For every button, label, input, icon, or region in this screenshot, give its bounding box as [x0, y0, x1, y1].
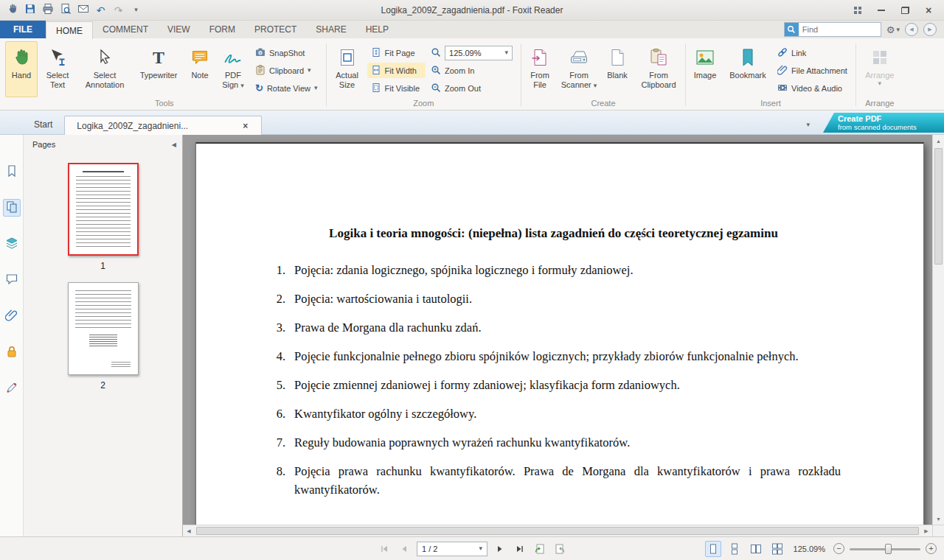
- search-icon[interactable]: [785, 23, 799, 36]
- previous-view-button[interactable]: [532, 542, 547, 556]
- horizontal-scrollbar[interactable]: ◀ ▶: [183, 525, 932, 536]
- vertical-scroll-track[interactable]: [933, 147, 944, 513]
- signature-panel-button[interactable]: [3, 379, 21, 397]
- find-options-button[interactable]: ⚙ ▾: [886, 25, 900, 35]
- comments-panel-button[interactable]: [3, 271, 21, 289]
- plus-icon: +: [929, 545, 933, 553]
- scroll-right-button[interactable]: ▶: [920, 525, 932, 537]
- tab-file[interactable]: FILE: [0, 21, 46, 38]
- page-thumbnail-1[interactable]: [68, 163, 139, 256]
- ui-layout-button[interactable]: [850, 3, 866, 18]
- tab-view[interactable]: VIEW: [158, 21, 200, 38]
- note-button[interactable]: Note: [185, 41, 215, 97]
- find-input[interactable]: [799, 25, 881, 34]
- collapse-panel-button[interactable]: ◀: [172, 141, 176, 148]
- zoom-out-button[interactable]: −: [833, 543, 844, 554]
- zoom-in-button[interactable]: +: [926, 543, 937, 554]
- zoom-level-combobox[interactable]: 125.09% ▾: [445, 46, 513, 60]
- create-pdf-banner[interactable]: Create PDF from scanned documents: [823, 113, 944, 133]
- select-text-button[interactable]: Select Text: [39, 41, 76, 97]
- create-from-scanner-button[interactable]: From Scanner ▾: [558, 41, 600, 97]
- hand-tool-button[interactable]: Hand: [5, 41, 38, 97]
- insert-file-attachment-button[interactable]: File Attachment: [774, 63, 853, 78]
- zoom-level-row: 125.09% ▾: [427, 45, 518, 60]
- tab-share[interactable]: SHARE: [306, 21, 355, 38]
- first-page-button[interactable]: [377, 542, 392, 556]
- next-view-button[interactable]: ▶: [923, 23, 937, 36]
- scroll-up-button[interactable]: ▲: [933, 135, 944, 147]
- arrange-button[interactable]: Arrange ▾: [858, 41, 901, 97]
- continuous-view-button[interactable]: [726, 541, 743, 557]
- document-view[interactable]: Logika i teoria mnogości: (niepełna) lis…: [183, 135, 944, 536]
- print-button[interactable]: [39, 2, 56, 18]
- pages-panel-button[interactable]: [3, 199, 21, 217]
- attachments-panel-button[interactable]: [3, 307, 21, 325]
- horizontal-scroll-thumb[interactable]: [196, 527, 919, 535]
- last-page-button[interactable]: [513, 542, 527, 556]
- security-panel-button[interactable]: [3, 343, 21, 361]
- redo-button[interactable]: ↷: [110, 2, 127, 18]
- scroll-down-button[interactable]: ▼: [933, 513, 944, 525]
- caret-down-icon: ▾: [896, 27, 900, 33]
- page-1-label: 1: [100, 261, 105, 271]
- restore-button[interactable]: [897, 3, 913, 18]
- email-button[interactable]: [74, 2, 91, 18]
- tab-list-button[interactable]: ▾: [802, 115, 814, 134]
- create-blank-button[interactable]: Blank: [602, 41, 633, 97]
- horizontal-scroll-track[interactable]: [195, 525, 920, 536]
- tab-home[interactable]: HOME: [46, 21, 93, 39]
- minimize-button[interactable]: [873, 3, 889, 18]
- layers-panel-button[interactable]: [3, 235, 21, 253]
- print-preview-button[interactable]: [57, 2, 74, 18]
- facing-view-button[interactable]: [748, 541, 764, 557]
- tab-form[interactable]: FORM: [200, 21, 245, 38]
- create-from-clipboard-button[interactable]: From Clipboard: [634, 41, 683, 97]
- fit-width-button[interactable]: Fit Width: [367, 63, 426, 78]
- tab-comment[interactable]: COMMENT: [93, 21, 158, 38]
- minus-icon: −: [836, 545, 841, 553]
- previous-page-button[interactable]: [397, 542, 412, 556]
- insert-bookmark-button[interactable]: Bookmark: [723, 41, 772, 97]
- hand-quick-button[interactable]: [4, 2, 21, 18]
- zoom-out-button[interactable]: Zoom Out: [427, 80, 518, 96]
- snapshot-button[interactable]: SnapShot: [251, 45, 324, 60]
- create-from-file-button[interactable]: From File: [524, 41, 556, 97]
- close-button[interactable]: ×: [920, 3, 937, 18]
- zoom-slider-thumb[interactable]: [885, 544, 892, 554]
- insert-video-audio-button[interactable]: Video & Audio: [774, 80, 853, 96]
- insert-image-button[interactable]: Image: [688, 41, 722, 97]
- tab-protect[interactable]: PROTECT: [245, 21, 306, 38]
- vertical-scroll-thumb[interactable]: [934, 148, 943, 265]
- bookmarks-panel-button[interactable]: [3, 163, 21, 181]
- tab-start[interactable]: Start: [22, 115, 64, 134]
- customize-toolbar-button[interactable]: ▾: [128, 2, 145, 18]
- previous-view-button[interactable]: ◀: [905, 23, 918, 36]
- zoom-slider[interactable]: [850, 543, 920, 555]
- single-page-view-button[interactable]: [705, 541, 721, 557]
- tab-help[interactable]: HELP: [356, 21, 398, 38]
- fit-visible-button[interactable]: Fit Visible: [367, 80, 426, 96]
- actual-size-button[interactable]: Actual Size: [329, 41, 366, 97]
- tab-document[interactable]: Logika_2009Z_zagadnieni... ×: [64, 116, 262, 135]
- next-view-button[interactable]: [552, 542, 567, 556]
- select-annotation-button[interactable]: Select Annotation: [77, 41, 132, 97]
- continuous-facing-view-button[interactable]: [769, 541, 785, 557]
- save-button[interactable]: [21, 2, 38, 18]
- clipboard-button[interactable]: Clipboard ▾: [251, 63, 324, 78]
- scroll-left-button[interactable]: ◀: [183, 525, 195, 537]
- rotate-view-button[interactable]: ↻ Rotate View ▾: [251, 80, 324, 96]
- insert-link-button[interactable]: Link: [774, 45, 853, 60]
- page-number-input[interactable]: 1 / 2 ▾: [417, 542, 487, 556]
- hand-label: Hand: [12, 71, 31, 80]
- typewriter-button[interactable]: T Typewriter: [133, 41, 184, 97]
- next-page-button[interactable]: [493, 542, 507, 556]
- pdf-sign-button[interactable]: PDF Sign ▾: [216, 41, 250, 97]
- zoom-in-button[interactable]: Zoom In: [427, 63, 518, 78]
- undo-button[interactable]: ↶: [92, 2, 109, 18]
- snapshot-icon: [255, 47, 266, 59]
- close-tab-button[interactable]: ×: [241, 121, 249, 131]
- vertical-scrollbar[interactable]: ▲ ▼: [932, 135, 944, 525]
- view-controls: 125.09% − +: [705, 537, 937, 560]
- page-thumbnail-2[interactable]: [68, 282, 139, 375]
- fit-page-button[interactable]: Fit Page: [367, 45, 426, 60]
